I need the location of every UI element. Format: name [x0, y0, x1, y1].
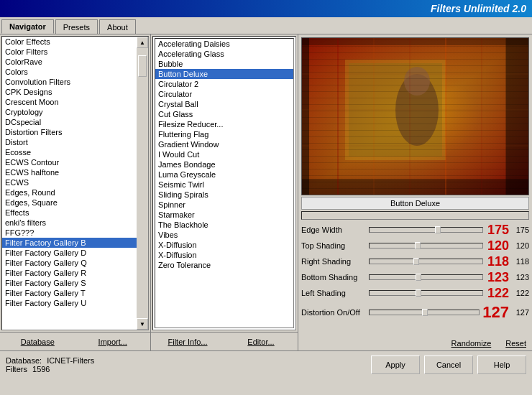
slider-thumb-2[interactable]	[413, 258, 419, 265]
middle-list-item[interactable]: I Would Cut	[155, 149, 293, 159]
middle-list-item[interactable]: Button Deluxe	[155, 69, 293, 79]
distortion-small-num: 127	[509, 308, 529, 317]
middle-list-item[interactable]: The Blackhole	[155, 220, 293, 230]
left-list-item[interactable]: Crescent Moon	[2, 97, 137, 107]
middle-list-item[interactable]: Zero Tolerance	[155, 260, 293, 270]
left-list-item[interactable]: DCspecial	[2, 117, 137, 127]
left-list-item[interactable]: Filter Factory Gallery R	[2, 268, 137, 278]
left-list-item[interactable]: Cryptology	[2, 107, 137, 117]
slider-thumb-1[interactable]	[415, 242, 421, 249]
left-list-item[interactable]: Filter Factory Gallery U	[2, 298, 137, 308]
import-button[interactable]: Import...	[75, 335, 151, 348]
left-list-item[interactable]: Convolution Filters	[2, 77, 137, 87]
middle-list-item[interactable]: Bubble	[155, 59, 293, 69]
middle-list-item[interactable]: X-Diffusion	[155, 240, 293, 250]
category-list-container: Color EffectsColor FiltersColorRaveColor…	[1, 36, 149, 330]
slider-track-2[interactable]	[369, 259, 483, 264]
middle-list-item[interactable]: Circulator	[155, 89, 293, 99]
middle-list-item[interactable]: Circulator 2	[155, 79, 293, 89]
left-list-item[interactable]: Filter Factory Gallery S	[2, 278, 137, 288]
left-bottom-buttons: Database Import...	[0, 332, 150, 350]
left-list-item[interactable]: ECWS halftone	[2, 167, 137, 177]
left-list-item[interactable]: Colors	[2, 67, 137, 77]
left-list-item[interactable]: Filter Factory Gallery Q	[2, 258, 137, 268]
slider-small-num-0: 175	[509, 226, 529, 234]
reset-button[interactable]: Reset	[505, 339, 526, 348]
slider-thumb-3[interactable]	[416, 274, 421, 281]
left-list-item[interactable]: enki's filters	[2, 218, 137, 228]
middle-list-item[interactable]: Accelerating Glass	[155, 49, 293, 59]
left-panel: Color EffectsColor FiltersColorRaveColor…	[0, 34, 151, 350]
left-scrollbar[interactable]: ▲ ▼	[137, 37, 148, 330]
tab-about[interactable]: About	[99, 19, 136, 34]
tab-navigator[interactable]: Navigator	[1, 19, 54, 34]
left-list-item[interactable]: ColorRave	[2, 57, 137, 67]
distortion-slider[interactable]	[369, 310, 480, 315]
slider-track-3[interactable]	[369, 274, 483, 280]
left-list-item[interactable]: CPK Designs	[2, 87, 137, 97]
slider-track-1[interactable]	[369, 243, 483, 248]
left-list-item[interactable]: Edges, Square	[2, 198, 137, 208]
left-list-item[interactable]: Color Filters	[2, 47, 137, 57]
middle-list-item[interactable]: Luma Greyscale	[155, 169, 293, 180]
slider-thumb-0[interactable]	[435, 226, 441, 233]
app-title: Filters Unlimited 2.0	[431, 3, 526, 14]
left-list-item[interactable]: ECWS	[2, 177, 137, 187]
middle-list-item[interactable]: Fluttering Flag	[155, 129, 293, 139]
middle-list-item[interactable]: Vibes	[155, 230, 293, 240]
slider-track-0[interactable]	[369, 227, 483, 233]
slider-track-4[interactable]	[369, 290, 483, 296]
editor-button[interactable]: Editor...	[224, 335, 298, 348]
middle-list-item[interactable]: Cut Glass	[155, 109, 293, 119]
randomize-button[interactable]: Randomize	[451, 339, 492, 348]
help-button[interactable]: Help	[477, 356, 526, 374]
category-list[interactable]: Color EffectsColor FiltersColorRaveColor…	[2, 37, 137, 330]
scroll-down-btn[interactable]: ▼	[137, 318, 148, 330]
distortion-row: Distortion On/Off 127 127	[301, 303, 529, 322]
preview-image	[302, 38, 528, 195]
left-list-item[interactable]: Edges, Round	[2, 187, 137, 198]
slider-small-num-4: 122	[509, 289, 529, 297]
left-list-item[interactable]: Filter Factory Gallery B	[2, 238, 137, 248]
left-list-item[interactable]: Color Effects	[2, 37, 137, 47]
sliders-container: Edge Width175175Top Shading120120Right S…	[301, 223, 529, 300]
distortion-thumb[interactable]	[422, 309, 428, 316]
left-list-item[interactable]: Distortion Filters	[2, 127, 137, 137]
left-list-item[interactable]: Filter Factory Gallery T	[2, 288, 137, 298]
cancel-button[interactable]: Cancel	[424, 356, 473, 374]
database-button[interactable]: Database	[0, 335, 75, 348]
preview-area	[301, 37, 529, 195]
middle-list-item[interactable]: Gradient Window	[155, 139, 293, 149]
progress-fill	[302, 212, 528, 219]
apply-button[interactable]: Apply	[371, 356, 420, 374]
tab-presets[interactable]: Presets	[55, 19, 98, 34]
left-list-item[interactable]: Distort	[2, 137, 137, 147]
left-list-item[interactable]: FFG???	[2, 228, 137, 238]
left-list-item[interactable]: Effects	[2, 208, 137, 218]
middle-list-item[interactable]: Spinner	[155, 200, 293, 210]
middle-list-item[interactable]: Filesize Reducer...	[155, 119, 293, 129]
distortion-label: Distortion On/Off	[301, 308, 366, 317]
middle-list-item[interactable]: X-Diffusion	[155, 250, 293, 260]
middle-list-item[interactable]: James Bondage	[155, 159, 293, 169]
middle-list-item[interactable]: Sliding Spirals	[155, 190, 293, 200]
slider-row-1: Top Shading120120	[301, 238, 529, 253]
slider-small-num-2: 118	[509, 257, 529, 266]
tab-bar: Navigator Presets About	[0, 17, 532, 34]
slider-big-num-3: 123	[486, 270, 509, 285]
middle-list-item[interactable]: Accelerating Daisies	[155, 39, 293, 49]
left-list-item[interactable]: Ecosse	[2, 147, 137, 157]
middle-list-item[interactable]: Seismic Twirl	[155, 180, 293, 190]
middle-list-item[interactable]: Crystal Ball	[155, 99, 293, 109]
filter-name: Button Deluxe	[390, 199, 440, 208]
slider-big-num-1: 120	[486, 238, 509, 254]
slider-small-num-1: 120	[509, 241, 529, 250]
randomize-reset-row: Randomize Reset	[301, 339, 529, 348]
scroll-up-btn[interactable]: ▲	[137, 37, 148, 48]
middle-list-item[interactable]: Starmaker	[155, 210, 293, 220]
left-list-item[interactable]: Filter Factory Gallery D	[2, 248, 137, 258]
filter-list[interactable]: Accelerating DaisiesAccelerating GlassBu…	[155, 38, 294, 328]
slider-thumb-4[interactable]	[416, 289, 421, 297]
left-list-item[interactable]: ECWS Contour	[2, 157, 137, 167]
filter-info-button[interactable]: Filter Info...	[151, 335, 224, 348]
